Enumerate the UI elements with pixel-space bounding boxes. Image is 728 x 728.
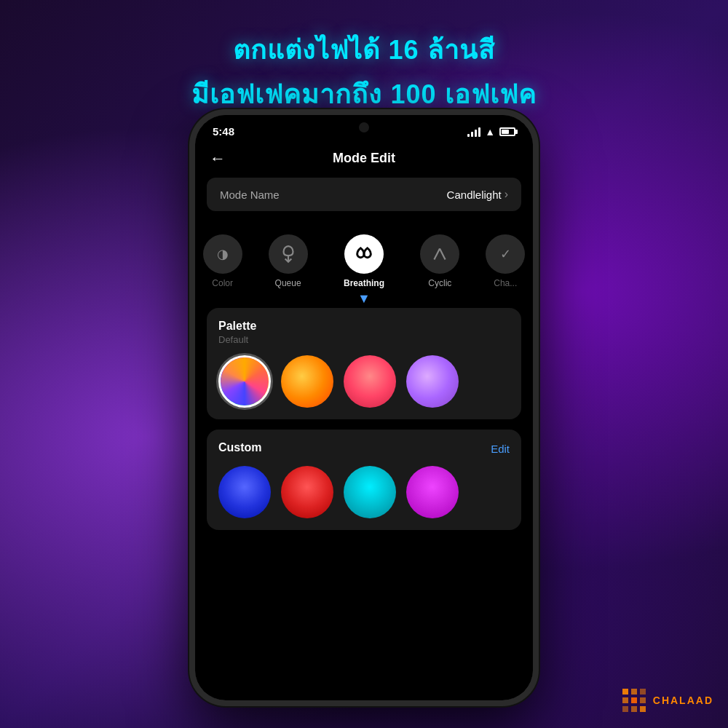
svg-rect-5 (622, 697, 628, 703)
custom-section: Custom Edit (207, 430, 521, 530)
custom-color-red[interactable] (281, 466, 333, 518)
palette-color-purple[interactable] (406, 355, 459, 408)
queue-effect-label: Queue (275, 278, 301, 288)
svg-rect-3 (631, 689, 637, 695)
signal-bar-3 (475, 130, 477, 137)
palette-title: Palette (218, 320, 510, 333)
camera-notch (359, 122, 369, 132)
battery-fill (502, 130, 509, 134)
svg-rect-6 (631, 697, 637, 703)
wifi-icon: ▲ (485, 126, 495, 138)
screen-title: Mode Edit (333, 151, 395, 166)
effect-item-queue[interactable]: Queue (250, 229, 325, 294)
palette-color-rainbow[interactable] (218, 355, 271, 408)
status-time: 5:48 (213, 125, 234, 138)
svg-rect-2 (622, 689, 628, 695)
palette-section: Palette Default (207, 308, 521, 419)
palette-color-row (218, 355, 510, 408)
custom-title: Custom (218, 441, 262, 454)
watermark-text: CHALAAD (653, 695, 713, 706)
chevron-right-icon: › (505, 188, 508, 201)
watermark: CHALAAD (621, 687, 713, 713)
cyclic-effect-icon (420, 234, 459, 274)
effect-item-breathing[interactable]: Breathing (326, 229, 402, 294)
custom-color-row (218, 466, 510, 518)
cyclic-effect-label: Cyclic (428, 278, 451, 288)
status-icons: ▲ (467, 126, 515, 138)
mode-name-value: Candlelight › (447, 188, 508, 201)
signal-icon (467, 127, 480, 137)
mode-name-row[interactable]: Mode Name Candlelight › (207, 178, 521, 211)
power-button (537, 224, 539, 275)
effect-item-color[interactable]: ◑ Color (195, 229, 250, 294)
volume-down-button (189, 202, 191, 232)
status-bar: 5:48 ▲ (195, 115, 533, 143)
mode-name-label: Mode Name (220, 189, 280, 201)
mode-name-text: Candlelight (447, 189, 502, 201)
top-nav: ← Mode Edit (195, 143, 533, 178)
header-line1: ตกแต่งไฟได้ 16 ล้านสี (0, 29, 728, 71)
back-button[interactable]: ← (210, 149, 226, 168)
breathing-effect-label: Breathing (344, 278, 384, 288)
effect-item-cyclic[interactable]: Cyclic (402, 229, 478, 294)
svg-line-1 (440, 248, 446, 259)
custom-color-blue[interactable] (218, 466, 271, 518)
svg-line-0 (435, 248, 440, 259)
svg-rect-7 (640, 697, 646, 703)
header-text: ตกแต่งไฟได้ 16 ล้านสี มีเอฟเฟคมากถึง 100… (0, 29, 728, 115)
effect-item-chase[interactable]: ✓ Cha... (478, 229, 533, 294)
signal-bar-1 (467, 134, 470, 137)
svg-rect-10 (640, 706, 646, 712)
custom-color-magenta[interactable] (406, 466, 459, 518)
battery-icon (499, 127, 515, 136)
phone-frame: 5:48 ▲ (189, 109, 539, 706)
palette-color-orange[interactable] (281, 355, 333, 408)
breathing-effect-icon (344, 234, 384, 274)
chase-effect-label: Cha... (494, 278, 517, 288)
custom-header: Custom Edit (218, 441, 510, 456)
color-effect-icon: ◑ (203, 234, 242, 274)
chase-effect-icon: ✓ (486, 234, 525, 274)
svg-rect-4 (640, 689, 646, 695)
queue-effect-icon (269, 234, 308, 274)
custom-color-cyan[interactable] (344, 466, 396, 518)
phone-device: 5:48 ▲ (189, 109, 539, 706)
chalaad-logo-icon (621, 687, 647, 713)
app-content: ← Mode Edit Mode Name Candlelight › ◑ (195, 143, 533, 694)
phone-screen: 5:48 ▲ (195, 115, 533, 700)
edit-button[interactable]: Edit (491, 443, 510, 455)
svg-rect-9 (631, 706, 637, 712)
effect-selector: ◑ Color Queue (195, 223, 533, 294)
signal-bar-2 (471, 132, 473, 137)
signal-bar-4 (478, 127, 480, 137)
palette-color-red-pink[interactable] (344, 355, 396, 408)
palette-subtitle: Default (218, 334, 510, 345)
volume-up-button (189, 242, 191, 286)
color-effect-label: Color (212, 278, 233, 288)
svg-rect-8 (622, 706, 628, 712)
